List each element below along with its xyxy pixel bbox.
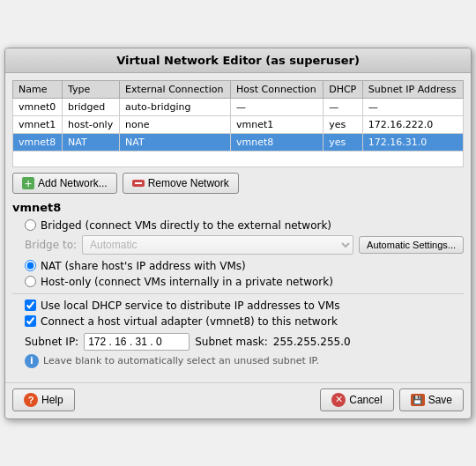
- main-window: Virtual Network Editor (as superuser) Na…: [4, 48, 472, 419]
- radio-bridged-label: Bridged (connect VMs directly to the ext…: [41, 219, 331, 232]
- cell-host: vmnet8: [231, 133, 324, 151]
- cell-subnet: 172.16.31.0: [362, 133, 463, 151]
- cell-type: NAT: [63, 133, 120, 151]
- cell-external: none: [120, 115, 231, 133]
- radio-host-only[interactable]: [25, 276, 36, 287]
- info-icon: i: [25, 354, 39, 368]
- radio-nat-label: NAT (share host's IP address with VMs): [41, 260, 246, 272]
- table-row[interactable]: vmnet8 NAT NAT vmnet8 yes 172.16.31.0: [13, 133, 464, 151]
- radio-nat-row: NAT (share host's IP address with VMs): [25, 260, 464, 272]
- bridge-select[interactable]: Automatic: [82, 235, 353, 255]
- save-button[interactable]: 💾 Save: [399, 388, 464, 411]
- radio-bridged-row: Bridged (connect VMs directly to the ext…: [25, 219, 464, 232]
- cell-external: auto-bridging: [120, 98, 231, 115]
- cancel-button[interactable]: ✕ Cancel: [320, 388, 393, 411]
- checkbox-dhcp-row: Use local DHCP service to distribute IP …: [25, 300, 464, 312]
- help-icon: ?: [24, 393, 38, 407]
- checkbox-dhcp[interactable]: [25, 300, 36, 311]
- cell-name: vmnet8: [13, 133, 63, 151]
- help-label: Help: [41, 394, 63, 406]
- col-header-dhcp: DHCP: [324, 80, 363, 98]
- cell-subnet: 172.16.222.0: [362, 115, 463, 133]
- title-bar: Virtual Network Editor (as superuser): [5, 48, 471, 73]
- subnet-mask-label: Subnet mask:: [195, 336, 268, 348]
- table-row[interactable]: vmnet1 host-only none vmnet1 yes 172.16.…: [13, 115, 464, 133]
- cell-type: bridged: [63, 98, 120, 115]
- radio-host-only-row: Host-only (connect VMs internally in a p…: [25, 276, 464, 288]
- cell-subnet: —: [362, 98, 463, 115]
- col-header-name: Name: [13, 80, 63, 98]
- bottom-bar: ? Help ✕ Cancel 💾 Save: [5, 382, 471, 418]
- help-button[interactable]: ? Help: [12, 388, 75, 411]
- col-header-host: Host Connection: [231, 80, 324, 98]
- divider: [12, 293, 464, 294]
- cell-dhcp: yes: [324, 133, 363, 151]
- remove-network-button[interactable]: Remove Network: [123, 173, 239, 194]
- save-label: Save: [428, 394, 452, 406]
- subnet-ip-input[interactable]: [84, 333, 190, 351]
- col-header-type: Type: [63, 80, 120, 98]
- bottom-right-buttons: ✕ Cancel 💾 Save: [320, 388, 464, 411]
- add-network-button[interactable]: + Add Network...: [12, 173, 117, 194]
- info-row: i Leave blank to automatically select an…: [25, 354, 464, 368]
- table-header-row: Name Type External Connection Host Conne…: [13, 80, 464, 98]
- checkbox-adapter-label: Connect a host virtual adapter (vmnet8) …: [41, 315, 338, 328]
- cancel-label: Cancel: [349, 394, 382, 406]
- remove-network-label: Remove Network: [148, 177, 229, 189]
- cell-external: NAT: [120, 133, 231, 151]
- col-header-subnet: Subnet IP Address: [362, 80, 463, 98]
- network-action-buttons: + Add Network... Remove Network: [12, 173, 464, 194]
- checkbox-dhcp-label: Use local DHCP service to distribute IP …: [41, 300, 340, 312]
- remove-icon: [132, 180, 145, 187]
- cell-host: vmnet1: [231, 115, 324, 133]
- subnet-row: Subnet IP: Subnet mask: 255.255.255.0: [25, 333, 464, 351]
- cell-name: vmnet0: [13, 98, 63, 115]
- bridge-to-row: Bridge to: Automatic Automatic Settings.…: [25, 235, 464, 255]
- col-header-external: External Connection: [120, 80, 231, 98]
- selected-network-title: vmnet8: [12, 201, 464, 214]
- checkbox-adapter-row: Connect a host virtual adapter (vmnet8) …: [25, 315, 464, 328]
- info-text: Leave blank to automatically select an u…: [43, 355, 319, 366]
- auto-settings-button[interactable]: Automatic Settings...: [359, 236, 464, 254]
- add-icon: +: [22, 177, 34, 189]
- save-icon: 💾: [411, 394, 425, 406]
- cell-type: host-only: [63, 115, 120, 133]
- radio-nat[interactable]: [25, 260, 36, 271]
- svg-rect-0: [135, 182, 142, 184]
- cell-dhcp: —: [324, 98, 363, 115]
- subnet-ip-label: Subnet IP:: [25, 336, 78, 348]
- checkbox-adapter[interactable]: [25, 315, 36, 327]
- cancel-icon: ✕: [331, 393, 346, 407]
- cell-name: vmnet1: [13, 115, 63, 133]
- cell-dhcp: yes: [324, 115, 363, 133]
- table-row[interactable]: vmnet0 bridged auto-bridging — — —: [13, 98, 464, 115]
- network-table: Name Type External Connection Host Conne…: [12, 80, 464, 167]
- add-network-label: Add Network...: [38, 177, 108, 189]
- bridge-to-label: Bridge to:: [25, 239, 77, 251]
- cell-host: —: [231, 98, 324, 115]
- table-row-empty: [13, 151, 464, 166]
- content-area: Name Type External Connection Host Conne…: [5, 73, 471, 382]
- window-title: Virtual Network Editor (as superuser): [116, 54, 360, 67]
- radio-host-only-label: Host-only (connect VMs internally in a p…: [41, 276, 333, 288]
- subnet-mask-value: 255.255.255.0: [273, 336, 351, 348]
- radio-bridged[interactable]: [25, 219, 36, 231]
